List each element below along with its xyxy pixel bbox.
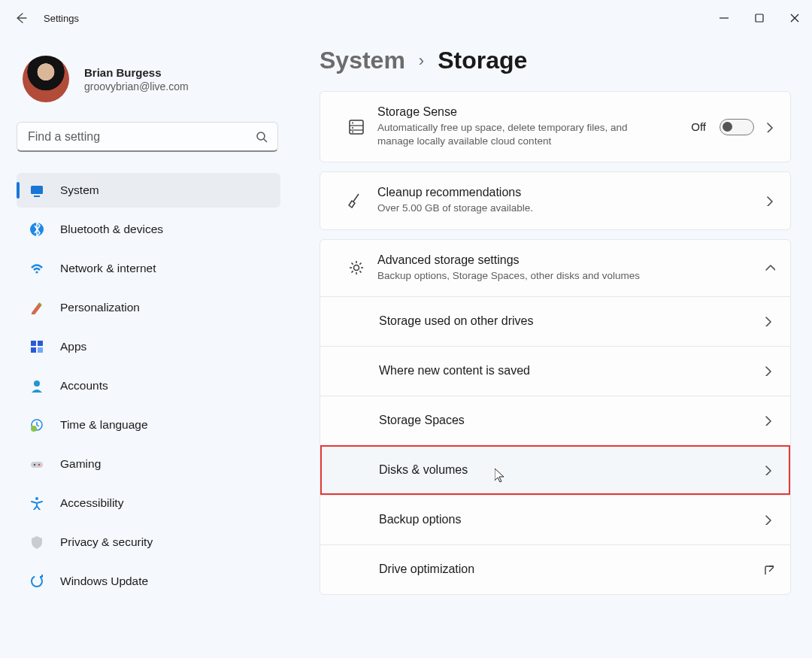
sidebar-item-label: Apps	[60, 340, 86, 353]
user-name: Brian Burgess	[84, 66, 189, 79]
sub-label: Storage used on other drives	[379, 314, 533, 328]
sidebar-item-label: Accessibility	[60, 496, 123, 510]
sidebar-item-label: Accounts	[60, 379, 108, 393]
chevron-up-icon	[765, 262, 775, 273]
cleanup-subtitle: Over 5.00 GB of storage available.	[377, 202, 765, 215]
chevron-right-icon	[763, 316, 774, 326]
sidebar-item-bluetooth[interactable]: Bluetooth & devices	[17, 212, 280, 247]
update-icon	[29, 573, 45, 590]
sub-label: Disks & volumes	[379, 463, 468, 477]
sub-label: Storage Spaces	[379, 414, 465, 427]
sidebar-item-accounts[interactable]: Accounts	[17, 368, 280, 403]
sidebar-item-label: Bluetooth & devices	[60, 223, 163, 236]
sidebar-item-label: Privacy & security	[60, 535, 153, 549]
wifi-icon	[29, 260, 45, 277]
system-icon	[29, 182, 45, 199]
sidebar-item-gaming[interactable]: Gaming	[17, 447, 280, 481]
chevron-right-icon	[765, 196, 775, 206]
shield-icon	[29, 534, 45, 550]
clock-icon	[29, 417, 45, 433]
sidebar-item-update[interactable]: Windows Update	[17, 564, 280, 599]
sub-label: Where new content is saved	[379, 364, 530, 378]
apps-icon	[29, 338, 45, 355]
maximize-button[interactable]	[741, 6, 777, 30]
sidebar-item-network[interactable]: Network & internet	[17, 251, 280, 286]
sidebar-item-personalization[interactable]: Personalization	[17, 290, 280, 325]
avatar	[23, 56, 69, 102]
advanced-subtitle: Backup options, Storage Spaces, other di…	[377, 269, 765, 283]
toggle-state-label: Off	[691, 120, 706, 133]
sidebar-item-label: Gaming	[60, 457, 101, 471]
sub-storage-spaces[interactable]: Storage Spaces	[320, 396, 790, 445]
storage-sense-row[interactable]: Storage Sense Automatically free up spac…	[320, 92, 790, 162]
cleanup-row[interactable]: Cleanup recommendations Over 5.00 GB of …	[320, 172, 790, 229]
breadcrumb: System › Storage	[320, 47, 791, 74]
search-input[interactable]	[17, 122, 278, 152]
user-profile[interactable]: Brian Burgess groovybrian@live.com	[17, 56, 280, 102]
storage-sense-subtitle: Automatically free up space, delete temp…	[377, 121, 648, 148]
sidebar-item-label: Network & internet	[60, 262, 156, 275]
accessibility-icon	[29, 495, 45, 511]
bluetooth-icon	[29, 221, 45, 238]
storage-sense-toggle[interactable]	[720, 119, 754, 135]
gear-icon	[335, 259, 377, 276]
chevron-right-icon	[763, 415, 774, 426]
sub-drive-optimization[interactable]: Drive optimization	[320, 544, 790, 594]
sidebar-item-label: System	[60, 183, 99, 197]
gamepad-icon	[29, 456, 45, 472]
accounts-icon	[29, 378, 45, 394]
sidebar-item-apps[interactable]: Apps	[17, 329, 280, 364]
window-title: Settings	[44, 13, 79, 24]
storage-sense-title: Storage Sense	[377, 105, 691, 119]
cursor-icon	[495, 468, 505, 484]
search-icon	[256, 131, 268, 143]
chevron-right-icon	[763, 514, 774, 525]
back-button[interactable]	[15, 12, 27, 24]
sub-label: Drive optimization	[379, 562, 474, 576]
chevron-right-icon	[765, 122, 775, 132]
sidebar-item-accessibility[interactable]: Accessibility	[17, 486, 280, 520]
sidebar-item-system[interactable]: System	[17, 173, 280, 208]
broom-icon	[335, 193, 377, 209]
sub-disks-volumes[interactable]: Disks & volumes	[320, 445, 790, 495]
chevron-right-icon	[763, 465, 774, 475]
sidebar-item-label: Time & language	[60, 418, 148, 432]
sub-label: Backup options	[379, 513, 461, 526]
breadcrumb-current: Storage	[438, 47, 527, 74]
disk-icon	[335, 119, 377, 135]
sub-new-content[interactable]: Where new content is saved	[320, 346, 790, 396]
sidebar-item-privacy[interactable]: Privacy & security	[17, 525, 280, 559]
minimize-button[interactable]	[706, 6, 741, 30]
brush-icon	[29, 299, 45, 316]
sidebar-item-time[interactable]: Time & language	[17, 408, 280, 442]
external-link-icon	[763, 564, 774, 575]
sub-backup[interactable]: Backup options	[320, 495, 790, 544]
advanced-title: Advanced storage settings	[377, 253, 765, 267]
cleanup-title: Cleanup recommendations	[377, 186, 765, 199]
close-button[interactable]	[777, 6, 812, 30]
advanced-storage-row[interactable]: Advanced storage settings Backup options…	[320, 240, 790, 296]
user-email: groovybrian@live.com	[84, 80, 189, 92]
sub-other-drives[interactable]: Storage used on other drives	[320, 296, 790, 346]
sidebar-item-label: Personalization	[60, 301, 140, 314]
breadcrumb-parent[interactable]: System	[320, 47, 405, 74]
chevron-right-icon: ›	[419, 51, 424, 71]
chevron-right-icon	[763, 365, 774, 376]
sidebar-item-label: Windows Update	[60, 575, 148, 588]
